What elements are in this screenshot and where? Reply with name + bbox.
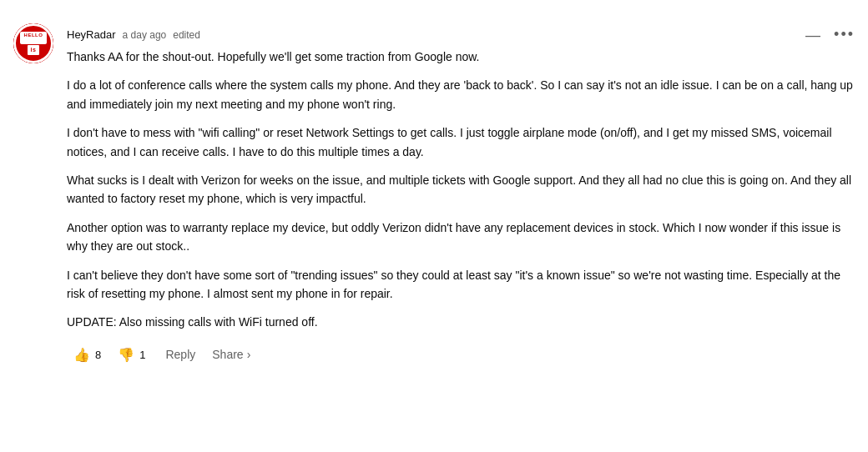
username: HeyRadar [67, 27, 116, 43]
dislike-count: 1 [139, 349, 145, 361]
avatar-name-display: is [28, 45, 40, 56]
comment-body: HeyRadar a day ago edited — ••• Thanks A… [67, 23, 855, 368]
avatar-hello-text: HELLO [23, 33, 44, 38]
edited-label: edited [173, 28, 200, 43]
avatar: HELLO my name is is [13, 23, 53, 63]
comment-header-left: HeyRadar a day ago edited [67, 27, 200, 43]
paragraph-6: I can't believe they don't have some sor… [67, 266, 855, 304]
more-options-icon[interactable]: ••• [834, 23, 855, 46]
paragraph-1: Thanks AA for the shout-out. Hopefully w… [67, 48, 855, 66]
reply-button[interactable]: Reply [155, 343, 205, 366]
paragraph-3: I don't have to mess with "wifi calling"… [67, 123, 855, 161]
like-button[interactable]: 👍 8 [67, 342, 108, 368]
comment-actions: 👍 8 👎 1 Reply Share › [67, 342, 855, 368]
comment-text: Thanks AA for the shout-out. Hopefully w… [67, 48, 855, 332]
thumbs-up-icon: 👍 [73, 347, 90, 363]
share-label: Share [212, 348, 243, 361]
paragraph-5: Another option was to warranty replace m… [67, 218, 855, 256]
avatar-my-name-text: my name is [23, 40, 44, 43]
comment-header-right: — ••• [805, 23, 855, 46]
minimize-icon[interactable]: — [805, 28, 820, 43]
paragraph-2: I do a lot of conference calls where the… [67, 76, 855, 113]
timestamp: a day ago [123, 28, 167, 43]
dislike-button[interactable]: 👎 1 [111, 342, 152, 368]
like-count: 8 [95, 349, 101, 361]
thumbs-down-icon: 👎 [118, 347, 134, 363]
paragraph-7: UPDATE: Also missing calls with WiFi tur… [67, 313, 855, 331]
share-button[interactable]: Share › [209, 343, 254, 366]
comment: HELLO my name is is HeyRadar a day ago e… [13, 13, 855, 378]
paragraph-4: What sucks is I dealt with Verizon for w… [67, 171, 855, 208]
comment-header: HeyRadar a day ago edited — ••• [67, 23, 855, 46]
share-chevron-icon: › [247, 348, 251, 361]
